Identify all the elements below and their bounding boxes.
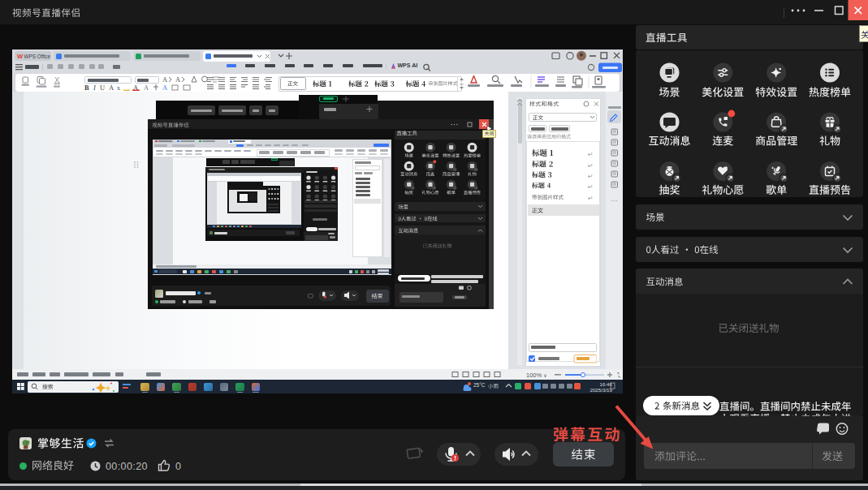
- svg-text:A: A: [144, 84, 149, 91]
- svg-text:A: A: [162, 75, 168, 83]
- svg-text:B: B: [84, 84, 89, 91]
- svg-text:A: A: [175, 75, 181, 83]
- svg-text:I: I: [93, 84, 97, 91]
- svg-text:x: x: [117, 84, 120, 91]
- svg-text:A: A: [162, 84, 168, 91]
- svg-text:U: U: [100, 84, 105, 91]
- svg-text:A: A: [109, 84, 114, 91]
